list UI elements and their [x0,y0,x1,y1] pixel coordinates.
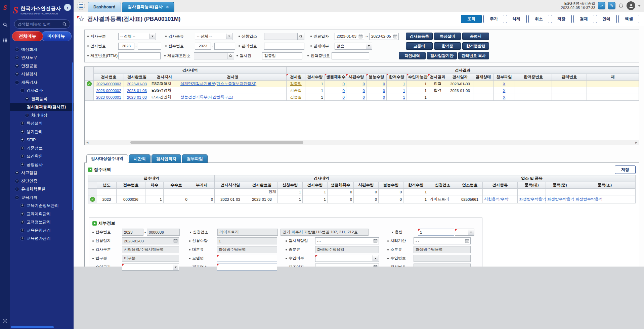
sidebar-item[interactable]: 교육계획관리 [10,210,74,218]
search-icon[interactable] [62,22,67,27]
attachment-link[interactable]: X [503,95,506,99]
item-no-input[interactable] [118,52,161,59]
capacity-unit-select[interactable] [455,229,474,236]
sidebar-item[interactable]: 요건확인 [10,152,74,161]
favorite-star-icon[interactable] [78,16,85,22]
calendar-icon[interactable] [393,34,397,39]
sample-link[interactable]: 0 [343,82,345,86]
inspection-sheet-register-button[interactable]: 검사표등록 [406,33,433,40]
plus-icon[interactable] [20,154,25,158]
tab-receipt-detail[interactable]: 검사대상접수내역 [86,154,128,163]
search-button[interactable]: 조회 [461,15,482,23]
excel-button[interactable]: 엑셀 [618,15,639,23]
fail-link[interactable]: 0 [383,82,385,86]
close-icon[interactable] [166,4,169,9]
chevron-down-icon[interactable] [638,5,641,7]
table-row[interactable]: 2023-0000001 2023-01-03 ESG경영처 성능검정기록부(내… [85,94,639,101]
calendar-icon[interactable] [373,239,378,243]
apps-grid-icon[interactable] [3,38,8,43]
pass-certificate-issue-button[interactable]: 합격증발행 [462,42,489,50]
capacity-input[interactable]: 1 [418,229,454,236]
chevron-down-icon[interactable] [468,229,474,235]
batch-draft-button[interactable]: 검사일괄기안 [427,52,457,59]
complete-date-from[interactable]: 2023-01-03 [335,33,364,40]
pass-certificate-button[interactable]: 합격증 [434,42,461,50]
plus-icon[interactable] [20,220,25,224]
plus-icon[interactable] [20,212,25,216]
cancel-button[interactable]: 취소 [528,15,549,23]
scrollbar-thumb[interactable] [130,141,303,144]
horizontal-scrollbar[interactable]: ◀ ▶ [85,140,639,145]
sample-link[interactable]: 0 [343,89,345,93]
sidebar-item[interactable]: 처리대장 [10,111,74,120]
open-window-icon[interactable] [598,2,605,9]
manage-no-copy-button[interactable]: 관리번호 복사 [458,52,489,59]
inspection-name-link[interactable]: 성능검정기록부(내압방폭구조) [180,95,233,99]
sample-link[interactable]: 0 [343,95,345,99]
plus-icon[interactable] [20,228,25,233]
sidebar-item[interactable]: 시설검사 [10,70,74,79]
calendar-icon[interactable] [358,34,363,39]
row-select-cell[interactable] [85,94,94,101]
search-icon[interactable] [3,22,8,27]
sidebar-item[interactable]: 기준정보 [10,144,74,152]
travel-fee-button[interactable]: 교통비 [406,42,433,50]
tab-dashboard[interactable]: Dashboard [88,2,121,12]
tab-inspection-attendee[interactable]: 검사입회자 [152,154,181,163]
edit-icon[interactable] [608,2,615,9]
plus-icon[interactable] [20,130,25,134]
menu-search-input[interactable] [17,22,62,26]
complete-date-link[interactable]: 2023-01-03 [127,82,147,86]
inspector-input[interactable] [262,52,302,59]
receipt-no-serial-input[interactable] [214,43,235,50]
sidebar-item[interactable]: 결과등록 [10,95,74,103]
deadline-field[interactable]: - - [414,237,471,244]
tab-overtime[interactable]: 시간외 [129,154,151,163]
plus-icon[interactable] [20,203,25,208]
chevron-down-icon[interactable] [366,43,372,49]
scroll-left-arrow[interactable]: ◀ [85,140,90,145]
complete-date-link[interactable]: 2023-01-03 [127,89,147,93]
sidebar-item[interactable]: 용기관리 [10,128,74,136]
chevron-down-icon[interactable] [226,34,232,39]
plus-icon[interactable] [15,47,19,52]
attachment-link[interactable]: X [503,89,506,93]
maker-search-button[interactable] [227,52,234,59]
fail-link[interactable]: 0 [383,89,385,93]
receipt-save-button[interactable]: 저장 [615,166,636,174]
calendar-icon[interactable] [173,239,178,243]
certificate-button[interactable]: 증명서 [462,33,489,40]
sidebar-item[interactable]: 진단인증 [10,177,74,185]
row-select-cell[interactable] [88,195,97,203]
sidebar-item[interactable]: 유해화학물질 [10,185,74,194]
table-row[interactable]: 2023-0000002 2023-01-03 ESG경영처 김종일 1 0 0… [85,87,639,94]
save-button[interactable]: 저장 [551,15,572,23]
inspection-name-link[interactable]: 설계단계검사기록부(가스누출경보차단장치) [180,82,256,86]
plus-icon[interactable] [20,162,25,167]
delete-button[interactable]: 삭제 [506,15,527,23]
specimen-link[interactable]: 0 [363,82,365,86]
complete-date-link[interactable]: 2023-01-03 [127,95,147,99]
plus-icon[interactable] [25,113,29,117]
plus-icon[interactable] [15,72,19,76]
applicant-input[interactable] [264,33,298,40]
complete-date-to[interactable]: 2023-02-05 [369,33,399,40]
fail-link[interactable]: 0 [383,95,385,99]
plus-icon[interactable] [15,171,19,175]
print-button[interactable]: 인쇄 [596,15,617,23]
sidebar-item[interactable]: 교육기준정보관리 [10,202,74,210]
sidebar-item[interactable]: 사고점검 [10,169,74,177]
menu-toggle-button[interactable] [77,2,85,10]
approval-select[interactable]: 없음 [335,43,372,50]
receipt-no-year-input[interactable] [195,43,211,50]
branch-select[interactable]: -- 전체 -- [118,33,156,40]
sidebar-item[interactable]: 제품검사 [10,78,74,87]
sidebar-item[interactable]: SEIP [10,136,74,144]
plus-icon[interactable] [15,179,19,183]
scroll-right-arrow[interactable]: ▶ [634,140,639,145]
maker-input[interactable] [194,52,227,59]
sidebar-collapse-button[interactable] [64,4,71,11]
plus-icon[interactable] [15,187,19,191]
minus-icon[interactable] [25,97,29,101]
plus-icon[interactable] [20,138,25,142]
